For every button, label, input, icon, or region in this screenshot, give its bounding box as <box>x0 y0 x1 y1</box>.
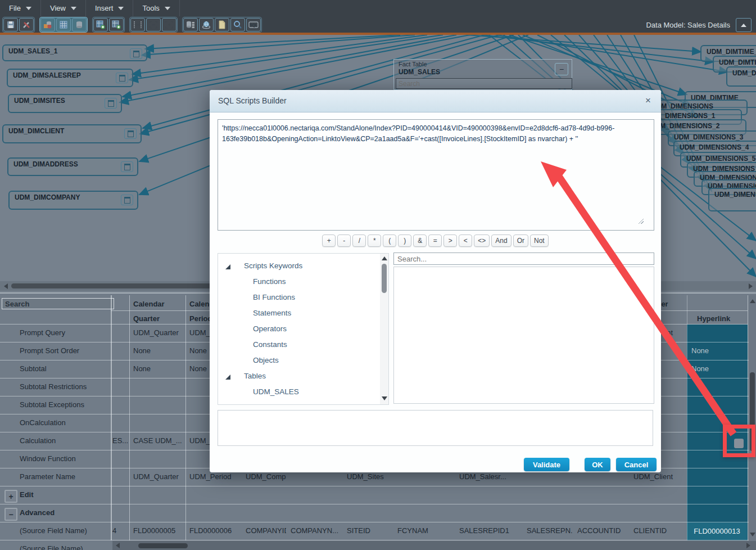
document-button[interactable] <box>215 18 229 31</box>
tree-item-constants[interactable]: Constants <box>218 337 388 353</box>
cell[interactable]: 4 <box>112 526 129 535</box>
scroll-down-icon[interactable] <box>382 396 387 400</box>
operator-minus-button[interactable]: - <box>337 235 351 247</box>
operator-not-button[interactable]: Not <box>530 235 549 247</box>
cell[interactable]: UDM_Period <box>189 472 241 481</box>
search-zoom-button[interactable] <box>230 18 245 31</box>
table-row-source-field[interactable]: (Source Field Name) 4 FLD0000005 FLD0000… <box>0 522 756 540</box>
cell[interactable]: SITEID <box>347 526 393 535</box>
fact-table-search-input[interactable] <box>396 78 572 89</box>
cell[interactable]: FLD0000005 <box>133 526 185 535</box>
operator-and-button[interactable]: And <box>491 235 511 247</box>
tree-item-operators[interactable]: Operators <box>218 321 388 337</box>
auto-width-button[interactable] <box>130 18 145 31</box>
tree-expanded-icon[interactable] <box>225 375 230 380</box>
operator-greater-button[interactable]: > <box>443 235 457 247</box>
operator-equals-button[interactable]: = <box>428 235 442 247</box>
cell[interactable]: COMPANYID <box>246 526 286 535</box>
cell[interactable]: FLD0000006 <box>189 526 241 535</box>
menu-file[interactable]: File <box>0 0 41 16</box>
resize-grip[interactable] <box>638 218 644 224</box>
save-button[interactable] <box>3 18 18 31</box>
open-table-icon[interactable] <box>124 128 137 139</box>
cell[interactable]: None <box>133 346 185 355</box>
open-table-icon[interactable] <box>105 98 117 109</box>
cell[interactable]: UDM_Client <box>633 472 686 481</box>
cell[interactable]: SALESREPN... <box>527 526 573 535</box>
dialog-title-bar[interactable]: SQL Scripts Builder × <box>210 90 661 112</box>
tree-group-tables[interactable]: Tables <box>218 368 388 384</box>
operator-open-paren-button[interactable]: ( <box>383 235 396 247</box>
tree-item-objects[interactable]: Objects <box>218 353 388 368</box>
open-table-icon[interactable] <box>121 161 133 172</box>
cell[interactable]: ES... <box>112 436 129 445</box>
table-row-advanced[interactable]: − Advanced <box>0 504 756 522</box>
column-header[interactable]: Calendar <box>133 300 165 308</box>
menu-view[interactable]: View <box>41 0 86 16</box>
cell[interactable]: None <box>133 364 185 373</box>
diagram-table[interactable]: UDM_DIMSALESREP <box>7 69 133 87</box>
table-row-edit[interactable]: + Edit <box>0 486 756 504</box>
collapse-icon[interactable]: − <box>4 508 17 521</box>
add-view-button[interactable] <box>109 18 124 31</box>
keyword-search-input[interactable] <box>393 253 654 265</box>
tree-item-udm-sales[interactable]: UDM_SALES <box>218 384 388 400</box>
diagram-table[interactable]: UDM_DIMCOMPANY <box>8 191 138 210</box>
grid-vertical-scrollbar[interactable] <box>749 295 756 540</box>
minimize-table-button[interactable]: − <box>555 63 568 75</box>
scroll-right-icon[interactable] <box>746 543 750 548</box>
cell[interactable]: UDM_Sites <box>347 472 393 481</box>
scrollbar-thumb[interactable] <box>382 264 387 293</box>
collapse-all-button[interactable] <box>162 18 176 31</box>
validate-button[interactable]: Validate <box>524 458 569 471</box>
cell[interactable]: SALESREPID1 <box>459 526 522 535</box>
operator-plus-button[interactable]: + <box>322 235 336 247</box>
cancel-button[interactable]: Cancel <box>616 458 657 471</box>
data-model-view-button[interactable] <box>40 18 55 31</box>
ok-button[interactable]: OK <box>585 458 610 471</box>
column-header[interactable]: Period <box>189 314 212 323</box>
grid-horizontal-scrollbar[interactable] <box>112 541 756 550</box>
scroll-left-icon[interactable] <box>116 543 120 548</box>
scroll-up-icon[interactable] <box>750 299 755 303</box>
tree-item-udm-dimaddress[interactable]: UDM_DIMADDRESS <box>218 400 388 405</box>
diagram-table[interactable]: UDM_DIMENSI <box>708 188 756 211</box>
open-table-icon[interactable] <box>121 195 133 205</box>
database-view-button[interactable] <box>72 18 87 31</box>
tree-item-functions[interactable]: Functions <box>218 274 388 290</box>
scroll-right-icon[interactable] <box>749 283 753 289</box>
tools-button[interactable] <box>19 18 34 31</box>
cell[interactable]: UDM_Quarter <box>133 328 185 337</box>
collapse-panel-button[interactable] <box>736 18 752 32</box>
open-table-icon[interactable] <box>116 73 128 83</box>
cell-hyperlink[interactable]: None <box>691 364 743 373</box>
menu-tools[interactable]: Tools <box>133 0 179 16</box>
table-view-button[interactable] <box>56 18 71 31</box>
diagram-table[interactable]: UDM_DIMSITES <box>8 94 122 113</box>
keyword-results-list[interactable] <box>393 267 654 404</box>
scrollbar-thumb[interactable] <box>138 543 188 548</box>
operator-or-button[interactable]: Or <box>513 235 528 247</box>
expand-all-button[interactable] <box>146 18 161 31</box>
tree-expanded-icon[interactable] <box>225 264 230 269</box>
diagram-table[interactable]: UDM_SALES_1 <box>2 44 147 61</box>
column-header[interactable]: Quarter <box>133 314 160 323</box>
cell[interactable]: COMPANYN... <box>291 526 342 535</box>
hyperlink-edit-button[interactable] <box>734 439 744 448</box>
grid-search-input[interactable] <box>2 298 114 309</box>
scrollbar-thumb[interactable] <box>750 372 755 451</box>
cell[interactable]: FCYNAM <box>397 526 455 535</box>
tree-scrollbar[interactable] <box>380 254 388 404</box>
tree-item-statements[interactable]: Statements <box>218 305 388 321</box>
close-icon[interactable]: × <box>642 94 654 107</box>
sql-button[interactable]: SQL <box>246 18 261 31</box>
database-script-button[interactable] <box>183 18 198 31</box>
scroll-up-icon[interactable] <box>382 256 387 260</box>
tree-group-scripts-keywords[interactable]: Scripts Keywords <box>218 258 388 274</box>
operator-close-paren-button[interactable]: ) <box>398 235 411 247</box>
operator-divide-button[interactable]: / <box>352 235 366 247</box>
cell-selected-field[interactable]: FLD00000013 <box>687 522 747 540</box>
fact-table-box[interactable]: Fact Table UDM_SALES − <box>393 59 572 90</box>
column-header-hyperlink[interactable]: Hyperlink <box>697 314 730 323</box>
open-table-icon[interactable] <box>130 48 142 59</box>
